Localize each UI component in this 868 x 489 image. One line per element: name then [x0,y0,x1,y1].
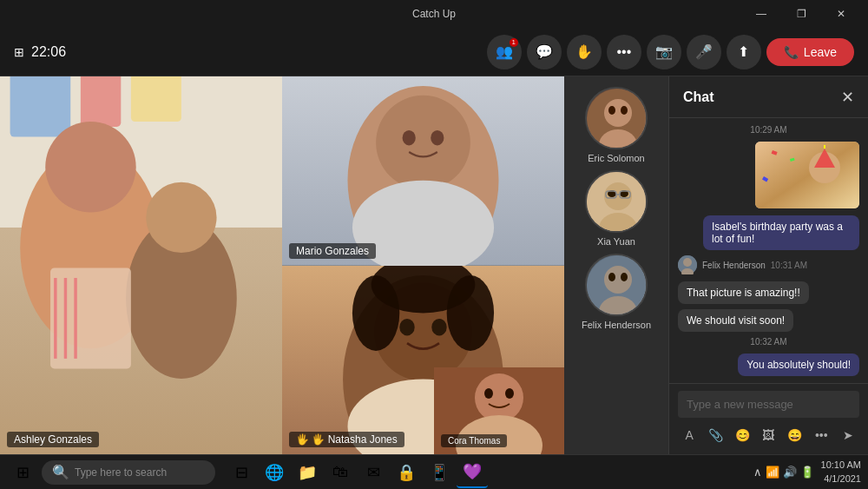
mic-icon: 🎤 [695,43,713,60]
format-button[interactable]: A [678,423,700,447]
felix-sender-name: Felix Henderson [702,261,766,270]
xia-name: Xia Yuan [597,236,635,247]
chat-input-area: A 📎 😊 🖼 😄 ••• ➤ [669,383,868,454]
phone-app-button[interactable]: 📱 [424,457,455,488]
taskbar-search[interactable]: 🔍 Type here to search [42,460,215,485]
toolbar-right: 👥 1 💬 ✋ ••• 📷 🎤 ⬆ 📞 Leave [487,35,854,69]
hand-icon: ✋ [575,43,593,60]
leave-label: Leave [804,45,837,59]
video-cell-cora: Cora Thomas [434,367,564,454]
svg-rect-10 [50,268,131,368]
start-button[interactable]: ⊞ [7,457,38,488]
call-toolbar: ⊞ 22:06 👥 1 💬 ✋ ••• 📷 🎤 ⬆ 📞 Leave [0,28,868,76]
svg-point-19 [403,130,416,145]
mic-button[interactable]: 🎤 [687,35,721,69]
restore-button[interactable]: ❐ [781,0,821,28]
mario-video [282,76,564,266]
grid-icon[interactable]: ⊞ [14,45,24,59]
felix-sender-time: 10:31 AM [771,261,807,270]
leave-button[interactable]: 📞 Leave [766,38,854,66]
search-placeholder: Type here to search [75,466,167,479]
svg-point-50 [604,266,632,294]
call-timer: 22:06 [31,44,66,60]
svg-point-42 [604,182,632,210]
chat-toolbar: A 📎 😊 🖼 😄 ••• ➤ [678,423,859,447]
sticker-button[interactable]: 😄 [784,423,806,447]
chat-input[interactable] [678,391,859,418]
more-tools-button[interactable]: ••• [810,423,832,447]
titlebar-title: Catch Up [412,8,456,20]
felix-name: Felix Henderson [582,320,651,330]
chat-button[interactable]: 💬 [527,35,562,69]
main-content: Ashley Gonzales [0,76,868,454]
svg-point-40 [621,106,628,115]
svg-point-27 [431,318,446,335]
chat-messages: 10:29 AM [669,118,868,383]
more-button[interactable]: ••• [607,35,641,69]
minimize-button[interactable]: — [741,0,781,28]
svg-rect-5 [131,76,181,122]
camera-button[interactable]: 📷 [647,35,681,69]
timestamp-1032: 10:32 AM [678,337,859,347]
video-grid: Ashley Gonzales [0,76,564,454]
chat-icon: 💬 [536,43,553,60]
msg-bubble-birthday: Isabel's birthday party was a lot of fun… [703,215,859,250]
participant-felix: Felix Henderson [571,254,661,330]
chat-panel: Chat ✕ 10:29 AM [668,76,868,454]
svg-point-37 [604,99,632,127]
send-button[interactable]: ➤ [837,423,859,447]
msg-amazing: That picture is amazing!! [678,281,859,304]
chat-title: Chat [683,89,714,105]
timestamp-1029: 10:29 AM [678,125,859,135]
attach-button[interactable]: 📎 [704,423,727,447]
svg-point-32 [475,373,523,422]
task-view-button[interactable]: ⊟ [226,457,257,488]
video-cell-mario: Mario Gonzales [282,76,564,266]
edge-button[interactable]: 🌐 [259,457,290,488]
svg-rect-4 [81,76,121,127]
network-icon[interactable]: 📶 [766,466,779,479]
taskbar-right: ∧ 📶 🔊 🔋 10:10 AM 4/1/2021 [753,459,861,486]
battery-icon[interactable]: 🔋 [800,466,814,479]
emoji-button[interactable]: 😊 [731,423,753,447]
participants-panel: Eric Solomon Xia Yuan [564,76,668,454]
svg-point-63 [683,258,692,267]
xia-avatar [585,170,648,233]
mario-name-tag: Mario Gonzales [289,243,376,259]
participants-button[interactable]: 👥 1 [487,35,522,69]
msg-visit: We should visit soon! [678,309,859,332]
taskbar-date: 4/1/2021 [821,472,861,486]
taskbar: ⊞ 🔍 Type here to search ⊟ 🌐 📁 🛍 ✉ 🔒 📱 💜 … [0,454,868,489]
volume-icon[interactable]: 🔊 [783,466,797,479]
svg-point-34 [484,388,493,399]
camera-icon: 📷 [655,43,673,60]
msg-should: You absolutely should! [678,354,859,376]
msg-bubble-should: You absolutely should! [738,354,859,376]
msg-bubble-visit: We should visit soon! [678,309,793,332]
store-button[interactable]: 🛍 [325,457,356,488]
teams-button[interactable]: 💜 [457,457,488,488]
msg-birthday: Isabel's birthday party was a lot of fun… [678,215,859,250]
svg-point-9 [146,182,216,253]
security-button[interactable]: 🔒 [391,457,422,488]
taskbar-clock[interactable]: 10:10 AM 4/1/2021 [821,459,861,486]
svg-rect-55 [755,142,859,208]
chevron-icon[interactable]: ∧ [753,466,762,479]
more-icon: ••• [616,44,631,60]
share-button[interactable]: ⬆ [727,35,761,69]
file-explorer-button[interactable]: 📁 [292,457,323,488]
chat-close-button[interactable]: ✕ [841,88,854,107]
phone-icon: 📞 [784,45,799,59]
participant-xia: Xia Yuan [571,170,661,247]
felix-avatar [585,254,648,316]
video-cell-ashley: Ashley Gonzales [0,76,282,454]
gif-button[interactable]: 🖼 [757,423,779,447]
toolbar-left: ⊞ 22:06 [14,44,66,60]
ashley-video [0,76,282,454]
mail-button[interactable]: ✉ [358,457,389,488]
svg-point-35 [505,388,514,399]
svg-point-39 [608,106,615,115]
cora-name-tag: Cora Thomas [441,434,507,447]
close-button[interactable]: ✕ [821,0,861,28]
raise-hand-button[interactable]: ✋ [567,35,602,69]
